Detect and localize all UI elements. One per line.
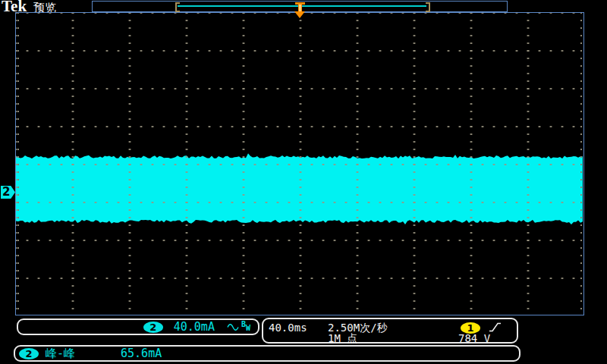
graticule [15, 12, 584, 315]
acquisition-preview-bar [92, 1, 508, 12]
window-bracket-right-icon [426, 2, 430, 12]
ch2-status-box: 2 40.0mA BW [17, 318, 259, 335]
trigger-position-marker-icon [295, 2, 305, 11]
measurement-name: 峰-峰 [46, 347, 75, 361]
trigger-marker-stem [298, 5, 302, 11]
measurement-box: 2 峰-峰 65.6mA [14, 345, 521, 362]
window-bracket-left-icon [175, 2, 180, 12]
graticule-dots [16, 13, 583, 315]
record-length: 1M 点 [328, 332, 357, 346]
time-per-div: 40.0ms [269, 322, 307, 334]
trigger-level: 784 V [458, 332, 490, 344]
ac-coupling-icon [227, 322, 239, 332]
trigger-position-arrow-icon [294, 11, 305, 18]
horizontal-trigger-status-box: 40.0ms 2.50M次/秒 1M 点 1 784 V [262, 318, 518, 344]
bandwidth-limit-icon: BW [241, 322, 250, 331]
oscilloscope-screen: Tek 预览 2 2 40.0mA BW 40.0ms 2.50M次/秒 1M … [0, 0, 607, 364]
ch2-vertical-scale: 40.0mA [174, 320, 215, 334]
ch2-position-marker: 2 [1, 186, 15, 199]
rising-edge-icon [489, 322, 502, 333]
ch2-marker-label: 2 [2, 185, 10, 199]
ch2-badge: 2 [143, 322, 163, 333]
measurement-ch-badge: 2 [19, 348, 39, 359]
measurement-value: 65.6mA [121, 347, 162, 360]
